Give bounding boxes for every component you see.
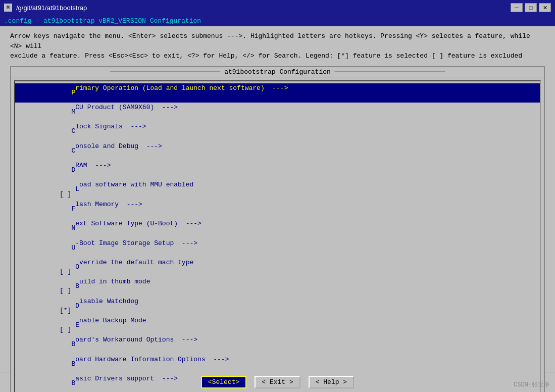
menu-item-enable-backup[interactable]: [ ] Enable Backup Mode — [15, 316, 540, 335]
help-line-2: exclude a feature. Press <Esc><Esc> to e… — [10, 51, 545, 61]
top-bar: .config - at91bootstrap vBR2_VERSION Con… — [0, 15, 555, 26]
minimize-button[interactable]: ─ — [511, 3, 523, 12]
window-controls[interactable]: ─ □ ✕ — [511, 3, 551, 12]
title-bar: M /g/git/at91/at91bootstrap ─ □ ✕ — [0, 0, 555, 15]
menu-item-mcu-product[interactable]: MCU Product (SAM9X60) ---> — [15, 103, 540, 122]
config-title-label: .config - at91bootstrap vBR2_VERSION Con… — [4, 17, 201, 25]
menu-item-dram[interactable]: DRAM ---> — [15, 161, 540, 180]
menu-list: Primary Operation (Load and launch next … — [14, 80, 541, 393]
menu-item-board-hardware[interactable]: Board Hardware Information Options ---> — [15, 355, 540, 374]
menu-item-next-software[interactable]: Next Software Type (U-Boot) ---> — [15, 219, 540, 238]
help-line-1: Arrow keys navigate the menu. <Enter> se… — [10, 31, 545, 51]
menu-item-build-thumb[interactable]: [ ] Build in thumb mode — [15, 277, 540, 296]
window-title: /g/git/at91/at91bootstrap — [16, 4, 87, 12]
menu-item-disable-watchdog[interactable]: [*] Disable Watchdog — [15, 297, 540, 316]
exit-button[interactable]: < Exit > — [255, 376, 300, 388]
menu-item-boards-workaround[interactable]: Board's Workaround Options ---> — [15, 335, 540, 354]
close-button[interactable]: ✕ — [539, 3, 551, 12]
help-button[interactable]: < Help > — [309, 376, 354, 388]
menu-item-clock-signals[interactable]: Clock Signals ---> — [15, 122, 540, 141]
menu-item-primary-operation[interactable]: Primary Operation (Load and launch next … — [15, 83, 540, 103]
menu-item-uboot-storage[interactable]: U-Boot Image Storage Setup ---> — [15, 238, 540, 258]
maximize-button[interactable]: □ — [525, 3, 537, 12]
content-wrapper: Arrow keys navigate the menu. <Enter> se… — [10, 31, 545, 392]
select-button[interactable]: <Select> — [201, 376, 246, 388]
menu-item-override-mach[interactable]: [ ] Override the default mach type — [15, 258, 540, 277]
menu-item-flash-memory[interactable]: Flash Memory ---> — [15, 200, 540, 219]
app-icon: M — [4, 4, 12, 12]
main-area: Arrow keys navigate the menu. <Enter> se… — [0, 26, 555, 372]
help-text-block: Arrow keys navigate the menu. <Enter> se… — [10, 31, 545, 61]
watermark: CSDN·张世争 — [514, 380, 550, 389]
menu-item-console-debug[interactable]: Console and Debug ---> — [15, 141, 540, 161]
panel-title: ──────────────────────────── at91bootstr… — [11, 67, 544, 77]
config-panel: ──────────────────────────── at91bootstr… — [10, 66, 545, 393]
menu-item-load-mmu[interactable]: [ ] Load software with MMU enabled — [15, 180, 540, 199]
